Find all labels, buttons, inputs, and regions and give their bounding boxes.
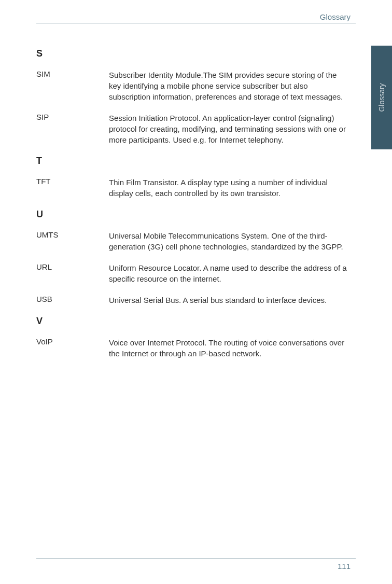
glossary-content: S SIM Subscriber Identity Module.The SIM… xyxy=(36,39,351,369)
header-divider xyxy=(36,23,356,23)
side-tab: Glossary xyxy=(371,46,392,149)
glossary-entry: VoIP Voice over Internet Protocol. The r… xyxy=(36,337,351,359)
side-tab-label: Glossary xyxy=(377,83,386,112)
glossary-definition: Session Initiation Protocol. An applicat… xyxy=(109,113,351,145)
glossary-definition: Universal Serial Bus. A serial bus stand… xyxy=(109,295,351,305)
glossary-entry: TFT Thin Film Transistor. A display type… xyxy=(36,177,351,199)
page-number: 111 xyxy=(338,562,351,571)
glossary-entry: URL Uniform Resource Locator. A name use… xyxy=(36,262,351,284)
glossary-entry: UMTS Universal Mobile Telecommunications… xyxy=(36,230,351,252)
glossary-term: USB xyxy=(36,295,109,305)
glossary-definition: Universal Mobile Telecommunications Syst… xyxy=(109,230,351,252)
glossary-entry: USB Universal Serial Bus. A serial bus s… xyxy=(36,295,351,305)
section-letter-v: V xyxy=(36,316,351,327)
glossary-term: UMTS xyxy=(36,230,109,252)
glossary-definition: Uniform Resource Locator. A name used to… xyxy=(109,262,351,284)
glossary-term: SIP xyxy=(36,113,109,145)
section-letter-t: T xyxy=(36,156,351,166)
glossary-definition: Thin Film Transistor. A display type usi… xyxy=(109,177,351,199)
page-header-title: Glossary xyxy=(320,12,351,21)
footer-divider xyxy=(36,559,356,559)
glossary-term: VoIP xyxy=(36,337,109,359)
glossary-definition: Subscriber Identity Module.The SIM provi… xyxy=(109,69,351,102)
glossary-entry: SIM Subscriber Identity Module.The SIM p… xyxy=(36,69,351,102)
glossary-entry: SIP Session Initiation Protocol. An appl… xyxy=(36,113,351,145)
glossary-definition: Voice over Internet Protocol. The routin… xyxy=(109,337,351,359)
section-letter-s: S xyxy=(36,48,351,59)
glossary-term: TFT xyxy=(36,177,109,199)
glossary-term: URL xyxy=(36,262,109,284)
section-letter-u: U xyxy=(36,209,351,220)
glossary-term: SIM xyxy=(36,69,109,102)
